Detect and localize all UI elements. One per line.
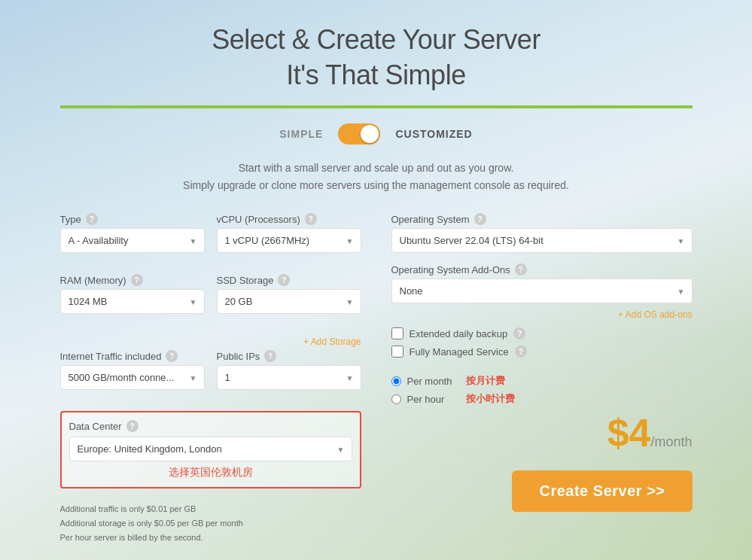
- os-addons-label: Operating System Add-Ons: [391, 264, 510, 275]
- os-help-icon[interactable]: ?: [474, 213, 486, 225]
- os-field-group: Operating System ? Ubuntu Server 22.04 (…: [391, 213, 693, 253]
- public-ips-help-icon[interactable]: ?: [264, 350, 276, 362]
- data-center-label: Data Center: [69, 421, 122, 432]
- traffic-select[interactable]: 5000 GB/month conne...: [60, 365, 205, 390]
- ram-label: RAM (Memory): [60, 275, 126, 286]
- data-center-select[interactable]: Europe: United Kingdom, London Europe: G…: [69, 437, 352, 461]
- page-title: Select & Create Your Server It's That Si…: [60, 23, 693, 93]
- os-addons-select[interactable]: None cPanel/WHM Plesk: [391, 278, 693, 303]
- ssd-help-icon[interactable]: ?: [278, 274, 290, 286]
- type-label: Type: [60, 214, 81, 225]
- per-hour-row: Per hour 按小时计费: [391, 392, 693, 406]
- ssd-select-wrapper: 20 GB 40 GB 80 GB: [217, 289, 361, 314]
- type-help-icon[interactable]: ?: [86, 213, 98, 225]
- data-center-box: Data Center ? Europe: United Kingdom, Lo…: [60, 411, 361, 488]
- vcpu-label: vCPU (Processors): [217, 214, 300, 225]
- traffic-field-group: Internet Traffic included ? 5000 GB/mont…: [60, 350, 205, 390]
- fully-managed-checkbox[interactable]: [391, 345, 403, 358]
- create-server-button[interactable]: Create Server >>: [512, 470, 692, 512]
- ssd-field-group: SSD Storage ? 20 GB 40 GB 80 GB: [217, 274, 361, 314]
- traffic-select-wrapper: 5000 GB/month conne...: [60, 365, 205, 390]
- additional-info: Additional traffic is only $0.01 per GB …: [60, 502, 361, 544]
- traffic-help-icon[interactable]: ?: [166, 350, 178, 362]
- vcpu-help-icon[interactable]: ?: [305, 213, 317, 225]
- data-center-annotation: 选择英国伦敦机房: [69, 466, 352, 479]
- os-select-wrapper: Ubuntu Server 22.04 (LTS) 64-bit Ubuntu …: [391, 228, 693, 253]
- public-ips-select[interactable]: 1 2 3: [217, 365, 361, 390]
- fully-managed-help-icon[interactable]: ?: [515, 345, 527, 358]
- vcpu-select-wrapper: 1 vCPU (2667MHz) 2 vCPU (5334MHz) 4 vCPU…: [217, 228, 361, 253]
- per-month-row: Per month 按月计费: [391, 374, 693, 388]
- extended-backup-help-icon[interactable]: ?: [513, 327, 525, 339]
- add-storage-link[interactable]: + Add Storage: [60, 336, 361, 347]
- data-center-select-wrapper: Europe: United Kingdom, London Europe: G…: [69, 437, 352, 461]
- vcpu-field-group: vCPU (Processors) ? 1 vCPU (2667MHz) 2 v…: [217, 213, 361, 253]
- left-column: Type ? A - Availability B - Burstable C …: [60, 213, 361, 544]
- per-month-label: Per month: [407, 376, 460, 387]
- price-display: $4/month: [607, 410, 693, 455]
- ram-ssd-row: RAM (Memory) ? 512 MB 1024 MB 2048 MB 40…: [60, 274, 361, 324]
- add-os-addons-link[interactable]: + Add OS add-ons: [391, 309, 693, 320]
- os-addons-field-group: Operating System Add-Ons ? None cPanel/W…: [391, 263, 693, 303]
- price-symbol: $: [607, 411, 629, 455]
- traffic-label: Internet Traffic included: [60, 351, 162, 362]
- ram-field-group: RAM (Memory) ? 512 MB 1024 MB 2048 MB 40…: [60, 274, 205, 314]
- green-divider: [60, 105, 693, 108]
- per-hour-annotation: 按小时计费: [466, 392, 515, 406]
- price-period: /month: [650, 434, 692, 449]
- data-center-help-icon[interactable]: ?: [126, 420, 139, 432]
- os-addons-help-icon[interactable]: ?: [515, 263, 527, 275]
- customized-label: CUSTOMIZED: [395, 128, 472, 140]
- fully-managed-label: Fully Managed Service: [409, 346, 509, 358]
- ssd-select[interactable]: 20 GB 40 GB 80 GB: [217, 289, 361, 314]
- public-ips-select-wrapper: 1 2 3: [217, 365, 361, 390]
- public-ips-field-group: Public IPs ? 1 2 3: [217, 350, 361, 390]
- os-addons-select-wrapper: None cPanel/WHM Plesk: [391, 278, 693, 303]
- simple-label: SIMPLE: [279, 128, 323, 140]
- public-ips-label: Public IPs: [217, 351, 260, 362]
- type-vcpu-row: Type ? A - Availability B - Burstable C …: [60, 213, 361, 263]
- fully-managed-row: Fully Managed Service ?: [391, 345, 693, 358]
- ram-select[interactable]: 512 MB 1024 MB 2048 MB 4096 MB: [60, 289, 205, 314]
- type-select[interactable]: A - Availability B - Burstable C - Compu…: [60, 228, 205, 253]
- vcpu-select[interactable]: 1 vCPU (2667MHz) 2 vCPU (5334MHz) 4 vCPU…: [217, 228, 361, 253]
- per-month-annotation: 按月计费: [466, 374, 505, 388]
- subtitle: Start with a small server and scale up a…: [60, 160, 693, 196]
- traffic-ips-row: Internet Traffic included ? 5000 GB/mont…: [60, 350, 361, 400]
- per-hour-radio[interactable]: [391, 394, 401, 404]
- right-column: Operating System ? Ubuntu Server 22.04 (…: [391, 213, 693, 544]
- type-select-wrapper: A - Availability B - Burstable C - Compu…: [60, 228, 205, 253]
- extended-backup-row: Extended daily backup ?: [391, 327, 693, 339]
- extended-backup-label: Extended daily backup: [409, 328, 508, 339]
- per-month-radio[interactable]: [391, 376, 401, 386]
- ssd-label: SSD Storage: [217, 275, 274, 286]
- right-bottom: $4/month Create Server >>: [391, 410, 693, 512]
- price-amount: 4: [629, 411, 651, 455]
- os-label: Operating System: [391, 214, 470, 225]
- ram-select-wrapper: 512 MB 1024 MB 2048 MB 4096 MB: [60, 289, 205, 314]
- extended-backup-checkbox[interactable]: [391, 327, 403, 339]
- os-select[interactable]: Ubuntu Server 22.04 (LTS) 64-bit Ubuntu …: [391, 228, 693, 253]
- type-field-group: Type ? A - Availability B - Burstable C …: [60, 213, 205, 253]
- billing-section: Per month 按月计费 Per hour 按小时计费: [391, 374, 693, 410]
- form-grid: Type ? A - Availability B - Burstable C …: [60, 213, 693, 544]
- per-hour-label: Per hour: [407, 394, 460, 405]
- mode-toggle[interactable]: [338, 123, 380, 145]
- toggle-row: SIMPLE CUSTOMIZED: [60, 123, 693, 145]
- ram-help-icon[interactable]: ?: [131, 274, 143, 286]
